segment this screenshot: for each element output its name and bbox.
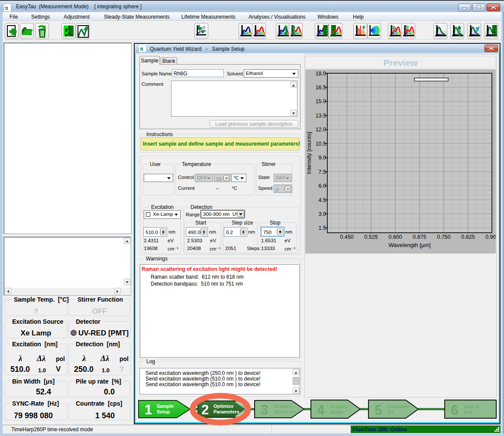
svg-text:16.5: 16.5 xyxy=(316,85,326,91)
svg-text:15.0: 15.0 xyxy=(316,98,326,104)
svg-text:10.5: 10.5 xyxy=(316,141,326,147)
svg-text:Spectrum: Spectrum xyxy=(274,409,296,414)
svg-text:Acquire: Acquire xyxy=(274,403,291,409)
svg-text:0.450: 0.450 xyxy=(340,234,353,240)
svg-text:3: 3 xyxy=(261,402,268,417)
svg-text:Save &: Save & xyxy=(464,404,480,409)
svg-text:Sample: Sample xyxy=(157,403,174,409)
svg-text:Acquire: Acquire xyxy=(330,404,348,409)
svg-text:Wavelength [µm]: Wavelength [µm] xyxy=(388,242,430,248)
svg-text:F: F xyxy=(394,27,397,31)
svg-text:0.750: 0.750 xyxy=(437,234,450,240)
svg-text:0.600: 0.600 xyxy=(388,234,402,240)
svg-text:π: π xyxy=(140,46,143,52)
svg-text:0.900: 0.900 xyxy=(485,234,496,240)
svg-text:Blank: Blank xyxy=(330,410,343,415)
svg-text:1: 1 xyxy=(145,402,152,417)
svg-text:0.675: 0.675 xyxy=(413,234,426,240)
svg-text:Exit: Exit xyxy=(464,410,473,415)
svg-text:5: 5 xyxy=(375,403,382,418)
svg-text:Intensity [counts]: Intensity [counts] xyxy=(306,132,312,174)
svg-text:18.0: 18.0 xyxy=(316,71,326,77)
svg-text:12.0: 12.0 xyxy=(316,127,326,133)
svg-text:6: 6 xyxy=(451,403,458,418)
svg-text:π: π xyxy=(5,5,8,11)
svg-text:4: 4 xyxy=(317,403,325,418)
svg-text:QY: QY xyxy=(388,410,395,415)
svg-text:13.5: 13.5 xyxy=(316,113,326,119)
svg-text:0.525: 0.525 xyxy=(364,234,378,240)
svg-text:Calculate: Calculate xyxy=(388,404,409,409)
svg-text:Setup: Setup xyxy=(157,409,170,414)
svg-text:0.825: 0.825 xyxy=(461,234,475,240)
